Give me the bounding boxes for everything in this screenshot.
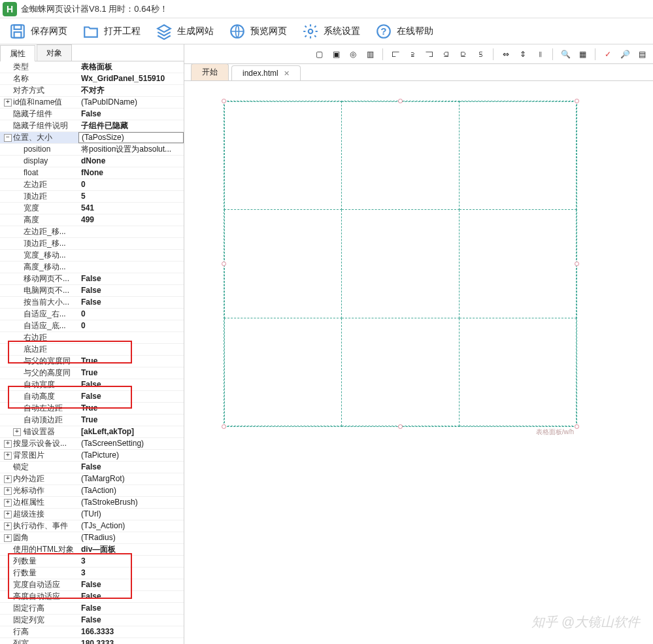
property-value[interactable]: fNone bbox=[78, 167, 184, 178]
property-row[interactable]: 自动高度False bbox=[0, 391, 184, 403]
preview-button[interactable]: 预览网页 bbox=[222, 20, 293, 42]
resize-handle[interactable] bbox=[575, 424, 579, 429]
tool-icon[interactable]: ◎ bbox=[346, 47, 360, 61]
property-value[interactable]: True bbox=[78, 403, 184, 414]
property-row[interactable]: 移动网页不...False bbox=[0, 273, 184, 285]
property-row[interactable]: 与父的高度同True bbox=[0, 367, 184, 379]
align-middle-icon[interactable]: ⫒ bbox=[456, 47, 471, 61]
zoom-icon[interactable]: 🔍 bbox=[558, 47, 573, 61]
property-row[interactable]: 位置、大小(TaPosSize) bbox=[0, 132, 184, 144]
align-center-icon[interactable]: ⫆ bbox=[405, 47, 420, 61]
property-value[interactable]: False bbox=[78, 273, 184, 284]
property-row[interactable]: 边框属性(TaStrokeBrush) bbox=[0, 497, 184, 509]
property-value[interactable]: 3 bbox=[78, 568, 184, 579]
property-grid[interactable]: 类型表格面板名称Wx_GridPanel_515910对齐方式不对齐id值和na… bbox=[0, 61, 184, 644]
property-row[interactable]: 固定行高False bbox=[0, 603, 184, 615]
property-row[interactable]: 宽度_移动... bbox=[0, 250, 184, 262]
tool-icon[interactable]: ▢ bbox=[312, 47, 326, 61]
resize-handle[interactable] bbox=[222, 99, 226, 103]
property-value[interactable]: 5 bbox=[78, 191, 184, 202]
property-row[interactable]: 隐藏子组件说明子组件已隐藏 bbox=[0, 120, 184, 132]
design-canvas[interactable]: 表格面板/w/h bbox=[184, 81, 653, 644]
property-value[interactable]: 不对齐 bbox=[78, 85, 184, 96]
property-value[interactable]: 0 bbox=[78, 309, 184, 320]
property-value[interactable]: (TaAction) bbox=[78, 485, 184, 496]
property-row[interactable]: 光标动作(TaAction) bbox=[0, 485, 184, 497]
property-row[interactable]: 顶边距_移... bbox=[0, 238, 184, 250]
property-row[interactable]: 与父的宽度同True bbox=[0, 356, 184, 367]
property-row[interactable]: 高度499 bbox=[0, 214, 184, 226]
property-value[interactable]: 子组件已隐藏 bbox=[78, 120, 184, 131]
property-value[interactable]: (TJs_Action) bbox=[78, 520, 184, 532]
property-row[interactable]: 自动宽度False bbox=[0, 379, 184, 391]
resize-handle[interactable] bbox=[575, 262, 579, 266]
property-row[interactable]: displaydNone bbox=[0, 156, 184, 167]
property-value[interactable] bbox=[78, 250, 184, 261]
grid-panel-component[interactable]: 表格面板/w/h bbox=[224, 101, 577, 427]
tool-icon[interactable]: ▣ bbox=[329, 47, 343, 61]
check-icon[interactable]: ✓ bbox=[601, 47, 615, 61]
tool-icon[interactable]: ▥ bbox=[363, 47, 377, 61]
property-row[interactable]: 宽度自动适应False bbox=[0, 579, 184, 591]
property-row[interactable]: 使用的HTML对象div—面板 bbox=[0, 544, 184, 556]
property-value[interactable]: 表格面板 bbox=[78, 61, 184, 73]
property-value[interactable]: div—面板 bbox=[78, 544, 184, 555]
property-row[interactable]: 固定列宽False bbox=[0, 615, 184, 626]
property-row[interactable]: position将position设置为absolut... bbox=[0, 144, 184, 156]
property-row[interactable]: 类型表格面板 bbox=[0, 61, 184, 73]
property-value[interactable]: 541 bbox=[78, 203, 184, 214]
tab-file[interactable]: index.html ✕ bbox=[231, 65, 301, 80]
property-row[interactable]: floatfNone bbox=[0, 167, 184, 179]
property-value[interactable] bbox=[78, 238, 184, 249]
property-value[interactable]: False bbox=[78, 391, 184, 402]
resize-handle[interactable] bbox=[222, 424, 226, 429]
property-value[interactable]: 0 bbox=[78, 179, 184, 190]
property-row[interactable]: 名称Wx_GridPanel_515910 bbox=[0, 73, 184, 85]
search-icon[interactable]: 🔎 bbox=[618, 47, 632, 61]
property-row[interactable]: 行高166.3333 bbox=[0, 626, 184, 638]
property-value[interactable] bbox=[78, 262, 184, 273]
tool-icon[interactable]: ▦ bbox=[575, 47, 590, 61]
distribute-icon[interactable]: ⇔ bbox=[499, 47, 513, 61]
property-row[interactable]: 按显示设备设...(TaScreenSetting) bbox=[0, 438, 184, 450]
align-bottom-icon[interactable]: ⫓ bbox=[473, 47, 488, 61]
settings-button[interactable]: 系统设置 bbox=[295, 20, 366, 42]
property-row[interactable]: 按当前大小...False bbox=[0, 297, 184, 309]
help-button[interactable]: ? 在线帮助 bbox=[369, 20, 439, 42]
property-row[interactable]: id值和name值(TaPubIDName) bbox=[0, 97, 184, 109]
close-icon[interactable]: ✕ bbox=[284, 69, 290, 78]
resize-handle[interactable] bbox=[222, 262, 226, 266]
property-row[interactable]: 背景图片(TaPicture) bbox=[0, 450, 184, 462]
property-row[interactable]: 对齐方式不对齐 bbox=[0, 85, 184, 97]
property-value[interactable]: True bbox=[78, 367, 184, 379]
tab-objects[interactable]: 对象 bbox=[37, 44, 72, 61]
property-value[interactable]: Wx_GridPanel_515910 bbox=[78, 73, 184, 84]
property-value[interactable]: (TRadius) bbox=[78, 532, 184, 543]
property-row[interactable]: 自动左边距True bbox=[0, 403, 184, 415]
property-value[interactable]: False bbox=[78, 603, 184, 614]
property-value[interactable]: [akLeft,akTop] bbox=[78, 426, 184, 437]
property-row[interactable]: 顶边距5 bbox=[0, 191, 184, 203]
property-value[interactable]: False bbox=[78, 579, 184, 590]
distribute-icon[interactable]: ⫴ bbox=[533, 47, 547, 61]
property-row[interactable]: 执行动作、事件(TJs_Action) bbox=[0, 520, 184, 532]
property-value[interactable]: False bbox=[78, 462, 184, 473]
property-row[interactable]: 超级连接(TUrl) bbox=[0, 509, 184, 520]
property-row[interactable]: 高度自动适应False bbox=[0, 591, 184, 603]
property-value[interactable]: (TaPubIDName) bbox=[78, 97, 184, 108]
tab-properties[interactable]: 属性 bbox=[0, 45, 35, 61]
property-value[interactable]: 166.3333 bbox=[78, 626, 184, 637]
property-value[interactable]: 0 bbox=[78, 320, 184, 331]
property-row[interactable]: 自动顶边距True bbox=[0, 415, 184, 426]
open-button[interactable]: 打开工程 bbox=[76, 20, 146, 42]
property-row[interactable]: 右边距 bbox=[0, 332, 184, 344]
property-row[interactable]: 左边距0 bbox=[0, 179, 184, 191]
property-row[interactable]: 内外边距(TaMargRot) bbox=[0, 473, 184, 485]
property-value[interactable]: (TaPosSize) bbox=[78, 132, 184, 143]
property-row[interactable]: 列宽180.3333 bbox=[0, 638, 184, 644]
align-top-icon[interactable]: ⫑ bbox=[439, 47, 454, 61]
property-row[interactable]: 自适应_底...0 bbox=[0, 320, 184, 332]
property-value[interactable]: False bbox=[78, 109, 184, 120]
align-right-icon[interactable]: ⫎ bbox=[422, 47, 437, 61]
property-row[interactable]: 锚设置器[akLeft,akTop] bbox=[0, 426, 184, 438]
